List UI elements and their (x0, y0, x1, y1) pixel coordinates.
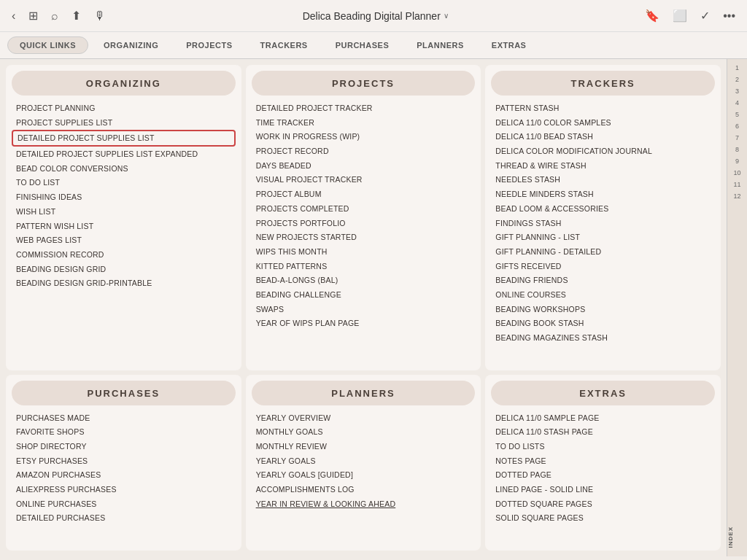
list-item[interactable]: PROJECTS PORTFOLIO (256, 217, 471, 230)
back-icon[interactable]: ‹ (12, 9, 15, 23)
grid-icon[interactable]: ⊞ (28, 9, 38, 23)
list-item[interactable]: YEARLY GOALS [GUIDED] (256, 468, 471, 482)
index-label[interactable]: INDEX (727, 521, 747, 553)
list-item[interactable]: DAYS BEADED (256, 159, 471, 173)
list-item[interactable]: WISH LIST (16, 205, 231, 219)
list-item[interactable]: FINDINGS STASH (495, 217, 711, 230)
list-item[interactable]: WEB PAGES LIST (16, 233, 231, 247)
list-item[interactable]: DETAILED PROJECT TRACKER (256, 101, 471, 115)
list-item[interactable]: TO DO LISTS (495, 440, 711, 454)
search-icon[interactable]: ⌕ (51, 9, 58, 23)
index-number-10[interactable]: 10 (727, 167, 747, 179)
index-number-8[interactable]: 8 (727, 144, 747, 155)
share-icon[interactable]: ⬆ (71, 9, 81, 23)
list-item[interactable]: ONLINE COURSES (495, 288, 711, 302)
nav-tab-purchases[interactable]: PURCHASES (323, 36, 402, 54)
list-item[interactable]: WIPS THIS MONTH (256, 245, 471, 259)
list-item[interactable]: YEARLY OVERVIEW (256, 411, 471, 425)
list-item[interactable]: PROJECT RECORD (256, 144, 471, 158)
list-item[interactable]: BEADING BOOK STASH (495, 316, 711, 330)
index-number-7[interactable]: 7 (727, 132, 747, 144)
list-item[interactable]: PROJECT SUPPLIES LIST (16, 116, 231, 130)
list-item[interactable]: SHOP DIRECTORY (16, 440, 231, 454)
list-item[interactable]: ACCOMPLISHMENTS LOG (256, 483, 471, 497)
index-number-6[interactable]: 6 (727, 120, 747, 132)
list-item[interactable]: MONTHLY GOALS (256, 425, 471, 439)
index-number-5[interactable]: 5 (727, 109, 747, 120)
index-number-9[interactable]: 9 (727, 155, 747, 167)
list-item[interactable]: VISUAL PROJECT TRACKER (256, 173, 471, 187)
list-item[interactable]: BEADING MAGAZINES STASH (495, 331, 711, 345)
list-item[interactable]: PROJECTS COMPLETED (256, 202, 471, 216)
list-item[interactable]: FAVORITE SHOPS (16, 425, 231, 439)
list-item[interactable]: BEADING FRIENDS (495, 273, 711, 287)
list-item[interactable]: BEADING WORKSHOPS (495, 303, 711, 316)
list-item[interactable]: PATTERN WISH LIST (16, 219, 231, 233)
title-chevron[interactable]: ∨ (444, 12, 449, 20)
nav-tab-planners[interactable]: PLANNERS (404, 36, 476, 54)
list-item[interactable]: TO DO LIST (16, 176, 231, 190)
list-item[interactable]: DELICA COLOR MODIFICATION JOURNAL (495, 144, 711, 158)
list-item[interactable]: FINISHING IDEAS (16, 190, 231, 204)
list-item[interactable]: DELICA 11/0 STASH PAGE (495, 425, 711, 439)
list-item[interactable]: ONLINE PURCHASES (16, 497, 231, 511)
nav-tab-extras[interactable]: EXTRAS (479, 36, 539, 54)
list-item[interactable]: SOLID SQUARE PAGES (495, 511, 711, 525)
list-item[interactable]: DETAILED PROJECT SUPPLIES LIST EXPANDED (16, 147, 231, 161)
list-item[interactable]: BEAD-A-LONGS (BAL) (256, 273, 471, 287)
list-item[interactable]: GIFT PLANNING - LIST (495, 230, 711, 244)
list-item[interactable]: PATTERN STASH (495, 101, 711, 115)
list-item[interactable]: SWAPS (256, 303, 471, 316)
list-item[interactable]: GIFTS RECEIVED (495, 260, 711, 273)
list-item[interactable]: PROJECT PLANNING (16, 101, 231, 115)
list-item[interactable]: YEAR IN REVIEW & LOOKING AHEAD (256, 497, 471, 511)
index-number-2[interactable]: 2 (727, 74, 747, 85)
index-number-4[interactable]: 4 (727, 97, 747, 109)
list-item[interactable]: ETSY PURCHASES (16, 454, 231, 468)
list-item[interactable]: COMMISSION RECORD (16, 248, 231, 262)
more-icon[interactable]: ••• (723, 9, 735, 23)
list-item[interactable]: LINED PAGE - SOLID LINE (495, 483, 711, 497)
nav-tab-trackers[interactable]: TRACKERS (248, 36, 320, 54)
list-item[interactable]: NEEDLE MINDERS STASH (495, 187, 711, 201)
list-item[interactable]: DELICA 11/0 COLOR SAMPLES (495, 116, 711, 130)
check-icon[interactable]: ✓ (700, 9, 710, 23)
list-item[interactable]: GIFT PLANNING - DETAILED (495, 245, 711, 259)
list-item[interactable]: PURCHASES MADE (16, 411, 231, 425)
list-item[interactable]: AMAZON PURCHASES (16, 468, 231, 482)
nav-tab-quick-links[interactable]: QUICK LINKS (7, 36, 88, 54)
nav-tab-organizing[interactable]: ORGANIZING (91, 36, 171, 54)
list-item[interactable]: DETAILED PURCHASES (16, 511, 231, 525)
bookmark-icon[interactable]: 🔖 (645, 9, 659, 23)
list-item[interactable]: DOTTED SQUARE PAGES (495, 497, 711, 511)
mic-icon[interactable]: 🎙 (94, 9, 106, 23)
list-item[interactable]: THREAD & WIRE STASH (495, 159, 711, 173)
index-number-3[interactable]: 3 (727, 85, 747, 97)
list-item[interactable]: DELICA 11/0 BEAD STASH (495, 130, 711, 144)
list-item[interactable]: BEADING DESIGN GRID (16, 262, 231, 276)
list-item[interactable]: MONTHLY REVIEW (256, 440, 471, 454)
index-number-1[interactable]: 1 (727, 62, 747, 74)
list-item[interactable]: WORK IN PROGRESS (WIP) (256, 130, 471, 144)
list-item[interactable]: DETAILED PROJECT SUPPLIES LIST (12, 130, 236, 147)
export-icon[interactable]: ⬜ (673, 9, 687, 23)
list-item[interactable]: DELICA 11/0 SAMPLE PAGE (495, 411, 711, 425)
list-item[interactable]: BEADING DESIGN GRID-PRINTABLE (16, 276, 231, 290)
index-number-12[interactable]: 12 (727, 190, 747, 202)
list-item[interactable]: NOTES PAGE (495, 454, 711, 468)
list-item[interactable]: NEW PROJECTS STARTED (256, 230, 471, 244)
list-item[interactable]: KITTED PATTERNS (256, 260, 471, 273)
list-item[interactable]: DOTTED PAGE (495, 468, 711, 482)
list-item[interactable]: ALIEXPRESS PURCHASES (16, 483, 231, 497)
list-item[interactable]: TIME TRACKER (256, 116, 471, 130)
side-index: 123456789101112INDEX (727, 59, 747, 556)
list-item[interactable]: BEADING CHALLENGE (256, 288, 471, 302)
index-number-11[interactable]: 11 (727, 179, 747, 190)
nav-tab-projects[interactable]: PROJECTS (174, 36, 244, 54)
list-item[interactable]: BEAD COLOR CONVERSIONS (16, 162, 231, 176)
list-item[interactable]: YEARLY GOALS (256, 454, 471, 468)
list-item[interactable]: NEEDLES STASH (495, 173, 711, 187)
list-item[interactable]: YEAR OF WIPS PLAN PAGE (256, 316, 471, 330)
list-item[interactable]: PROJECT ALBUM (256, 187, 471, 201)
list-item[interactable]: BEAD LOOM & ACCESSORIES (495, 202, 711, 216)
